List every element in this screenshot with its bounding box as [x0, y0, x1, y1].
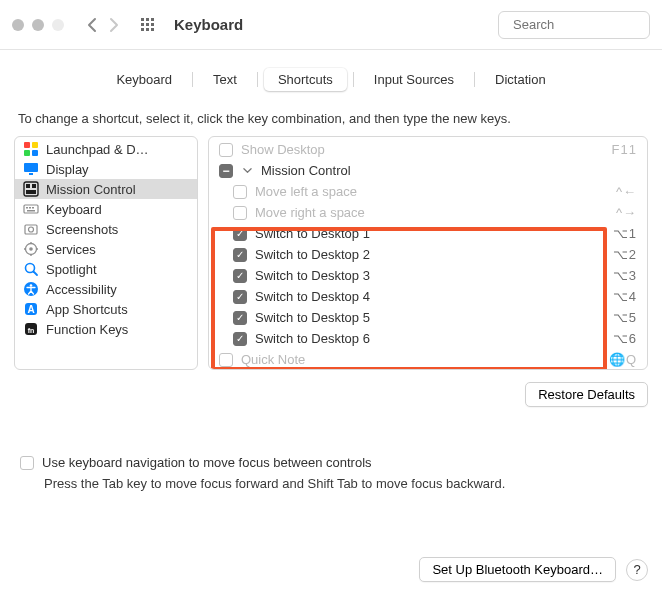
- sidebar-item-function-keys[interactable]: fnFunction Keys: [15, 319, 197, 339]
- sidebar-item-spotlight[interactable]: Spotlight: [15, 259, 197, 279]
- svg-rect-15: [24, 163, 38, 172]
- shortcut-label: Switch to Desktop 4: [255, 289, 605, 304]
- forward-button[interactable]: [108, 17, 120, 33]
- shortcut-row[interactable]: ✓Switch to Desktop 4⌥4: [209, 286, 647, 307]
- svg-point-29: [29, 247, 33, 251]
- fullscreen-window-icon[interactable]: [52, 19, 64, 31]
- shortcut-row[interactable]: ✓Switch to Desktop 1⌥1: [209, 223, 647, 244]
- svg-point-27: [29, 227, 34, 232]
- sidebar-item-screenshots[interactable]: Screenshots: [15, 219, 197, 239]
- shortcut-row[interactable]: ✓Switch to Desktop 6⌥6: [209, 328, 647, 349]
- shortcut-row[interactable]: Show DesktopF11: [209, 139, 647, 160]
- shortcut-checkbox[interactable]: [219, 143, 233, 157]
- tab-input-sources[interactable]: Input Sources: [360, 68, 468, 91]
- shortcut-list: Show DesktopF11−Mission ControlMove left…: [208, 136, 648, 370]
- svg-rect-25: [27, 210, 35, 212]
- svg-rect-2: [151, 18, 154, 21]
- shortcut-checkbox[interactable]: [219, 353, 233, 367]
- display-icon: [23, 161, 39, 177]
- svg-rect-21: [24, 205, 38, 213]
- sidebar-item-display[interactable]: Display: [15, 159, 197, 179]
- services-icon: [23, 241, 39, 257]
- sidebar-item-app-shortcuts[interactable]: AApp Shortcuts: [15, 299, 197, 319]
- shortcut-key[interactable]: ⌥4: [613, 289, 637, 304]
- shortcut-key[interactable]: ⌥6: [613, 331, 637, 346]
- svg-rect-8: [151, 28, 154, 31]
- sidebar-item-label: App Shortcuts: [46, 302, 128, 317]
- shortcut-key[interactable]: ⌥2: [613, 247, 637, 262]
- help-button[interactable]: ?: [626, 559, 648, 581]
- tab-text[interactable]: Text: [199, 68, 251, 91]
- shortcut-row[interactable]: ✓Switch to Desktop 3⌥3: [209, 265, 647, 286]
- shortcut-key[interactable]: ⌥3: [613, 268, 637, 283]
- instruction-text: To change a shortcut, select it, click t…: [18, 111, 644, 126]
- svg-rect-12: [32, 142, 38, 148]
- kb-nav-checkbox[interactable]: [20, 456, 34, 470]
- sidebar-item-label: Services: [46, 242, 96, 257]
- shortcut-row[interactable]: Move left a space^←: [209, 181, 647, 202]
- svg-rect-26: [25, 225, 37, 234]
- shortcut-checkbox[interactable]: ✓: [233, 269, 247, 283]
- sidebar-item-launchpad-d-[interactable]: Launchpad & D…: [15, 139, 197, 159]
- shortcut-checkbox[interactable]: ✓: [233, 311, 247, 325]
- sidebar-item-label: Display: [46, 162, 89, 177]
- sidebar-item-services[interactable]: Services: [15, 239, 197, 259]
- shortcut-checkbox[interactable]: −: [219, 164, 233, 178]
- svg-point-37: [30, 284, 33, 287]
- shortcut-row[interactable]: Move right a space^→: [209, 202, 647, 223]
- sidebar-item-label: Keyboard: [46, 202, 102, 217]
- svg-rect-4: [146, 23, 149, 26]
- shortcut-label: Switch to Desktop 5: [255, 310, 605, 325]
- shortcut-checkbox[interactable]: ✓: [233, 248, 247, 262]
- search-field-wrap[interactable]: [498, 11, 650, 39]
- svg-line-35: [34, 272, 38, 276]
- svg-rect-14: [32, 150, 38, 156]
- sidebar-item-accessibility[interactable]: Accessibility: [15, 279, 197, 299]
- shortcut-key[interactable]: 🌐Q: [609, 352, 637, 367]
- shortcut-label: Switch to Desktop 3: [255, 268, 605, 283]
- shortcut-checkbox[interactable]: ✓: [233, 290, 247, 304]
- tab-dictation[interactable]: Dictation: [481, 68, 560, 91]
- app-shortcuts-icon: A: [23, 301, 39, 317]
- shortcut-key[interactable]: ^→: [616, 205, 637, 220]
- sidebar-item-label: Screenshots: [46, 222, 118, 237]
- disclosure-triangle-icon[interactable]: [241, 163, 253, 178]
- shortcut-key[interactable]: ^←: [616, 184, 637, 199]
- minimize-window-icon[interactable]: [32, 19, 44, 31]
- svg-text:A: A: [27, 304, 34, 315]
- shortcut-checkbox[interactable]: ✓: [233, 332, 247, 346]
- show-all-prefs-button[interactable]: [140, 17, 156, 33]
- shortcut-key[interactable]: ⌥1: [613, 226, 637, 241]
- sidebar-item-keyboard[interactable]: Keyboard: [15, 199, 197, 219]
- svg-rect-7: [146, 28, 149, 31]
- svg-rect-0: [141, 18, 144, 21]
- shortcut-row[interactable]: Quick Note🌐Q: [209, 349, 647, 370]
- shortcut-row[interactable]: ✓Switch to Desktop 2⌥2: [209, 244, 647, 265]
- bluetooth-keyboard-button[interactable]: Set Up Bluetooth Keyboard…: [419, 557, 616, 582]
- mission-control-icon: [23, 181, 39, 197]
- shortcut-checkbox[interactable]: [233, 206, 247, 220]
- shortcut-key[interactable]: ⌥5: [613, 310, 637, 325]
- kb-nav-label: Use keyboard navigation to move focus be…: [42, 455, 372, 470]
- back-button[interactable]: [86, 17, 98, 33]
- restore-defaults-button[interactable]: Restore Defaults: [525, 382, 648, 407]
- shortcut-label: Move right a space: [255, 205, 608, 220]
- svg-rect-11: [24, 142, 30, 148]
- shortcut-checkbox[interactable]: ✓: [233, 227, 247, 241]
- svg-rect-20: [26, 190, 36, 194]
- shortcut-key[interactable]: F11: [612, 142, 637, 157]
- tab-keyboard[interactable]: Keyboard: [102, 68, 186, 91]
- sidebar-item-mission-control[interactable]: Mission Control: [15, 179, 197, 199]
- svg-rect-16: [29, 173, 33, 175]
- search-input[interactable]: [513, 17, 662, 32]
- page-title: Keyboard: [174, 16, 243, 33]
- sidebar-item-label: Spotlight: [46, 262, 97, 277]
- shortcut-checkbox[interactable]: [233, 185, 247, 199]
- shortcut-label: Quick Note: [241, 352, 601, 367]
- shortcut-label: Move left a space: [255, 184, 608, 199]
- shortcut-row[interactable]: ✓Switch to Desktop 5⌥5: [209, 307, 647, 328]
- tab-shortcuts[interactable]: Shortcuts: [264, 68, 347, 91]
- svg-rect-19: [32, 184, 36, 188]
- shortcut-row[interactable]: −Mission Control: [209, 160, 647, 181]
- close-window-icon[interactable]: [12, 19, 24, 31]
